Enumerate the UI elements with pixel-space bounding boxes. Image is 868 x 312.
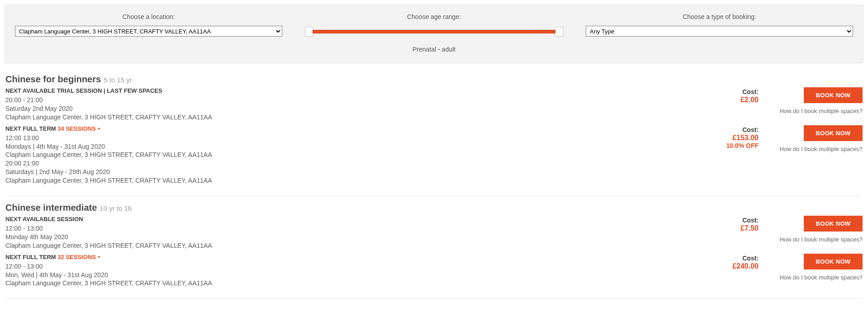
session-detail-line: Clapham Language Center, 3 HIGH STREET, … [5, 113, 709, 122]
action-column: BOOK NOWHow do I book multiple spaces? [772, 125, 863, 152]
age-slider-handle-max[interactable] [555, 27, 563, 37]
session-detail-line: Saturdays | 2nd May - 29th Aug 2020 [5, 168, 709, 176]
session-detail-line: Clapham Language Center, 3 HIGH STREET, … [5, 279, 709, 288]
cost-value: £153.00 [709, 133, 759, 142]
cost-label: Cost: [709, 217, 759, 224]
session-header-count: 34 SESSIONS [57, 125, 96, 132]
session-detail-line: 12:00 13:00 [5, 134, 709, 142]
age-slider-track[interactable] [313, 30, 555, 33]
location-filter: Choose a location: Clapham Language Cent… [15, 13, 282, 53]
cost-value: £7.50 [709, 224, 759, 232]
cost-column: Cost:£153.0010.0% OFF [709, 125, 772, 149]
session-header: NEXT AVAILABLE SESSION [5, 216, 709, 222]
caret-down-icon [98, 256, 100, 258]
session-header-main: NEXT AVAILABLE SESSION [5, 216, 83, 222]
class-age-text: 10 yr to 16 [100, 204, 132, 212]
class-block: Chinese intermediate10 yr to 16NEXT AVAI… [5, 196, 863, 299]
class-block: Chinese for beginners5 to 15 yrNEXT AVAI… [5, 68, 863, 196]
cost-label: Cost: [709, 126, 759, 133]
session-detail-line: 20:00 - 21:00 [5, 96, 709, 104]
session-header[interactable]: NEXT FULL TERM 32 SESSIONS [5, 254, 709, 260]
session-detail-line: Monday 4th May 2020 [5, 233, 709, 241]
session-header-main: NEXT FULL TERM [5, 125, 57, 132]
class-title-text: Chinese for beginners [5, 74, 101, 84]
session-detail-line: Clapham Language Center, 3 HIGH STREET, … [5, 176, 709, 185]
book-now-button[interactable]: BOOK NOW [804, 216, 863, 232]
cost-column: Cost:£2.00 [709, 87, 772, 104]
book-now-button[interactable]: BOOK NOW [804, 254, 863, 269]
session-detail-line: Mondays | 4th May - 31st Aug 2020 [5, 142, 709, 151]
session-info: NEXT AVAILABLE TRIAL SESSION | LAST FEW … [5, 87, 709, 122]
cost-value: £2.00 [709, 95, 759, 104]
session-info: NEXT FULL TERM 34 SESSIONS12:00 13:00Mon… [5, 125, 709, 185]
cost-label: Cost: [709, 255, 759, 262]
session-header-main: NEXT FULL TERM [5, 254, 57, 260]
cost-label: Cost: [709, 88, 759, 95]
age-slider-handle-min[interactable] [305, 27, 313, 37]
action-column: BOOK NOWHow do I book multiple spaces? [772, 254, 863, 281]
location-label: Choose a location: [15, 13, 282, 20]
session-detail-line: Saturday 2nd May 2020 [5, 104, 709, 113]
session-header-main: NEXT AVAILABLE TRIAL SESSION | LAST FEW … [5, 87, 162, 94]
classes-list: Chinese for beginners5 to 15 yrNEXT AVAI… [0, 68, 868, 299]
session-detail-line: Clapham Language Center, 3 HIGH STREET, … [5, 151, 709, 159]
action-column: BOOK NOWHow do I book multiple spaces? [772, 216, 863, 243]
multiple-spaces-link[interactable]: How do I book multiple spaces? [772, 236, 863, 243]
caret-down-icon [98, 128, 100, 130]
session-header: NEXT AVAILABLE TRIAL SESSION | LAST FEW … [5, 87, 709, 94]
class-age-text: 5 to 15 yr [104, 76, 132, 84]
session-detail-line: 20:00 21:00 [5, 159, 709, 168]
cost-discount: 10.0% OFF [709, 142, 759, 149]
session-detail-line: 12:00 - 13:00 [5, 262, 709, 271]
age-filter: Choose age range: Prenatal - adult [300, 13, 568, 53]
session-info: NEXT FULL TERM 32 SESSIONS12:00 - 13:00M… [5, 254, 709, 288]
session-row: NEXT AVAILABLE TRIAL SESSION | LAST FEW … [5, 87, 863, 122]
session-info: NEXT AVAILABLE SESSION12:00 - 13:00Monda… [5, 216, 709, 250]
session-row: NEXT AVAILABLE SESSION12:00 - 13:00Monda… [5, 216, 863, 250]
class-title-text: Chinese intermediate [5, 203, 97, 213]
cost-column: Cost:£7.50 [709, 216, 772, 232]
session-header[interactable]: NEXT FULL TERM 34 SESSIONS [5, 125, 709, 132]
cost-value: £240.00 [709, 262, 759, 270]
action-column: BOOK NOWHow do I book multiple spaces? [772, 87, 863, 114]
cost-column: Cost:£240.00 [709, 254, 772, 270]
age-label: Choose age range: [300, 13, 568, 20]
multiple-spaces-link[interactable]: How do I book multiple spaces? [772, 274, 863, 281]
session-detail-line: Mon, Wed | 4th May - 31st Aug 2020 [5, 271, 709, 279]
type-label: Choose a type of booking: [586, 13, 853, 20]
book-now-button[interactable]: BOOK NOW [804, 87, 863, 103]
multiple-spaces-link[interactable]: How do I book multiple spaces? [772, 146, 863, 152]
location-select[interactable]: Clapham Language Center, 3 HIGH STREET, … [15, 26, 282, 37]
class-title: Chinese for beginners5 to 15 yr [5, 74, 863, 85]
session-detail-line: Clapham Language Center, 3 HIGH STREET, … [5, 241, 709, 250]
age-caption: Prenatal - adult [300, 46, 568, 53]
session-header-count: 32 SESSIONS [57, 254, 96, 260]
filters-panel: Choose a location: Clapham Language Cent… [5, 5, 863, 63]
multiple-spaces-link[interactable]: How do I book multiple spaces? [772, 108, 863, 114]
class-title: Chinese intermediate10 yr to 16 [5, 203, 863, 213]
age-slider[interactable] [300, 26, 568, 38]
book-now-button[interactable]: BOOK NOW [804, 125, 863, 141]
session-row: NEXT FULL TERM 34 SESSIONS12:00 13:00Mon… [5, 125, 863, 185]
type-select[interactable]: Any Type [586, 26, 853, 37]
session-row: NEXT FULL TERM 32 SESSIONS12:00 - 13:00M… [5, 254, 863, 288]
session-detail-line: 12:00 - 13:00 [5, 224, 709, 233]
type-filter: Choose a type of booking: Any Type [586, 13, 853, 53]
